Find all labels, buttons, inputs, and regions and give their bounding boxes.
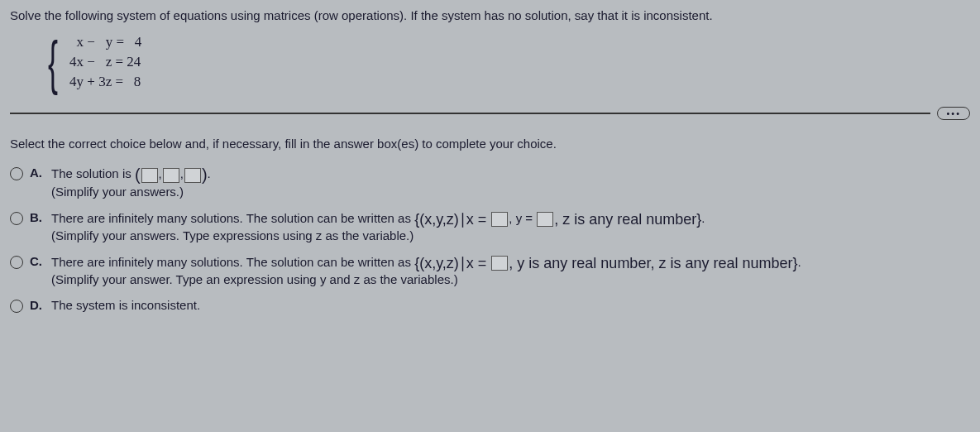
radio-b[interactable] [10,212,23,225]
horizontal-divider [10,113,930,114]
blank-a-3[interactable] [184,168,201,183]
choice-b-letter: B. [30,210,45,224]
choice-c-note: (Simplify your answer. Type an expressio… [51,272,970,286]
equation-list: x − y = 4 4x − z = 24 4y + 3z = 8 [69,32,141,91]
blank-b-2[interactable] [537,212,553,227]
equation-3: 4y + 3z = 8 [69,72,141,92]
choice-b-prefix: There are infinitely many solutions. The… [51,211,414,225]
blank-c-1[interactable] [491,256,508,271]
left-brace-icon: { [48,32,58,92]
choice-a-letter: A. [30,166,45,180]
choice-b-body: There are infinitely many solutions. The… [51,210,970,242]
choice-c-letter: C. [30,254,45,268]
choice-b-suffix: . [701,211,705,225]
instruction-text: Select the correct choice below and, if … [10,137,970,151]
choice-a-prefix: The solution is [51,166,135,180]
choice-a-suffix: . [208,166,211,180]
choice-a[interactable]: A. The solution is (,,). (Simplify your … [10,166,970,199]
choice-b-mid1: , y = [509,211,536,225]
choice-c-body: There are infinitely many solutions. The… [51,254,970,286]
radio-c[interactable] [10,256,23,269]
equation-2: 4x − z = 24 [69,52,141,72]
choice-b-set-open: {(x,y,z)∣x = [414,211,490,228]
divider-row: ••• [10,107,970,120]
choice-c-set-close: , y is any real number, z is any real nu… [509,255,797,271]
system-of-equations: { x − y = 4 4x − z = 24 4y + 3z = 8 [43,32,970,92]
choice-a-body: The solution is (,,). (Simplify your ans… [51,166,970,199]
close-paren-icon: ) [202,166,208,184]
radio-a[interactable] [10,167,23,180]
choice-a-note: (Simplify your answers.) [51,185,970,199]
choice-c-prefix: There are infinitely many solutions. The… [51,255,414,269]
open-paren-icon: ( [135,166,141,184]
more-dots-button[interactable]: ••• [937,107,970,120]
blank-a-2[interactable] [163,168,179,183]
blank-b-1[interactable] [491,212,508,227]
choice-c-suffix: . [797,255,801,269]
choice-d-body: The system is inconsistent. [51,298,970,312]
choice-c[interactable]: C. There are infinitely many solutions. … [10,254,970,286]
question-text: Solve the following system of equations … [10,8,970,22]
choice-d-text: The system is inconsistent. [51,298,200,312]
equation-1: x − y = 4 [69,32,141,52]
choice-c-set-open: {(x,y,z)∣x = [414,255,490,271]
choice-b-note: (Simplify your answers. Type expressions… [51,228,970,242]
choice-b[interactable]: B. There are infinitely many solutions. … [10,210,970,242]
choice-d[interactable]: D. The system is inconsistent. [10,298,970,313]
choice-b-set-close: , z is any real number} [554,211,701,228]
choice-d-letter: D. [30,298,45,312]
radio-d[interactable] [10,300,23,313]
blank-a-1[interactable] [141,168,158,183]
choices-group: A. The solution is (,,). (Simplify your … [10,166,970,313]
